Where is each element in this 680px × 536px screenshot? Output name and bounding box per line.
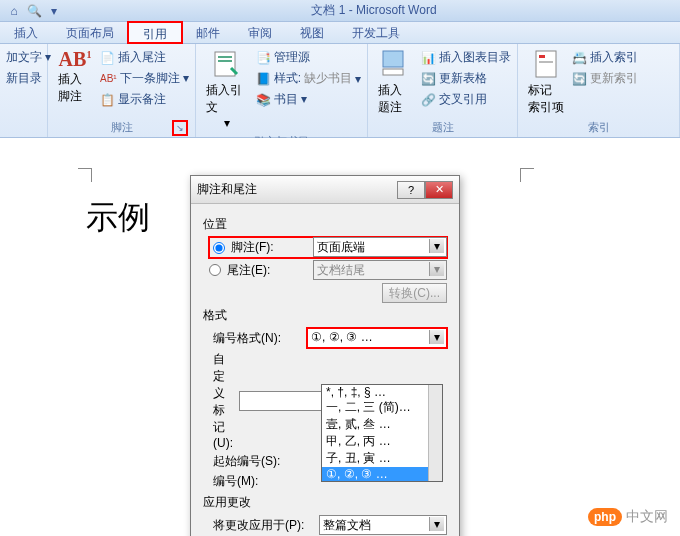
number-format-select[interactable]: ①, ②, ③ …	[307, 328, 447, 348]
watermark-text: 中文网	[626, 508, 668, 526]
dropdown-option-selected[interactable]: ①, ②, ③ …	[322, 467, 442, 481]
bibliography-icon: 📚	[256, 93, 271, 107]
dialog-titlebar[interactable]: 脚注和尾注 ? ✕	[191, 176, 459, 204]
group-captions: 插入题注 📊插入图表目录 🔄更新表格 🔗交叉引用 题注	[368, 44, 518, 137]
endnote-icon: 📄	[100, 51, 115, 65]
group-label-toc	[6, 121, 41, 137]
manage-sources-button[interactable]: 📑管理源	[256, 48, 361, 67]
mark-entry-icon	[530, 48, 562, 80]
svg-rect-5	[536, 51, 556, 77]
dropdown-scrollbar[interactable]	[428, 385, 442, 481]
cross-reference-button[interactable]: 🔗交叉引用	[421, 90, 511, 109]
svg-rect-0	[215, 52, 235, 76]
insert-index-icon: 📇	[572, 51, 587, 65]
show-notes-icon: 📋	[100, 93, 115, 107]
tab-page-layout[interactable]: 页面布局	[52, 22, 128, 43]
document-area: 示例 脚注和尾注 ? ✕ 位置 脚注(F): 页面底端 尾注(E): 文档结尾	[0, 138, 680, 536]
svg-rect-4	[383, 69, 403, 75]
update-table-button[interactable]: 🔄更新表格	[421, 69, 511, 88]
endnote-location-select: 文档结尾	[313, 260, 447, 280]
caption-icon	[380, 48, 412, 80]
manage-sources-icon: 📑	[256, 51, 271, 65]
tof-icon: 📊	[421, 51, 436, 65]
sample-text: 示例	[86, 196, 150, 240]
ribbon: 加文字 ▾ 新目录 AB1 插入脚注 📄插入尾注 AB¹下一条脚注 ▾ 📋显示备…	[0, 44, 680, 138]
dropdown-option[interactable]: *, †, ‡, § …	[322, 385, 442, 399]
qat-dropdown-icon[interactable]: ▾	[46, 3, 62, 19]
group-label-footnotes: 脚注 ↘	[54, 118, 189, 137]
insert-table-of-figures-button[interactable]: 📊插入图表目录	[421, 48, 511, 67]
tab-developer[interactable]: 开发工具	[338, 22, 414, 43]
footnote-endnote-dialog: 脚注和尾注 ? ✕ 位置 脚注(F): 页面底端 尾注(E): 文档结尾 转换(…	[190, 175, 460, 536]
bibliography-button[interactable]: 📚书目 ▾	[256, 90, 361, 109]
footnote-radio-label: 脚注(F):	[231, 239, 297, 256]
footnote-ab-icon: AB1	[59, 48, 92, 71]
dialog-help-button[interactable]: ?	[397, 181, 425, 199]
add-text-button[interactable]: 加文字 ▾	[6, 48, 51, 67]
group-toc: 加文字 ▾ 新目录	[0, 44, 48, 137]
endnote-radio[interactable]	[209, 264, 221, 276]
number-format-dropdown[interactable]: *, †, ‡, § … 一, 二, 三 (简)… 壹, 贰, 叁 … 甲, 乙…	[321, 384, 443, 482]
title-bar: ⌂ 🔍 ▾ 文档 1 - Microsoft Word	[0, 0, 680, 22]
update-index-button[interactable]: 🔄更新索引	[572, 69, 638, 88]
group-citations: 插入引文 ▾ 📑管理源 📘样式: 缺少书目 ▾ 📚书目 ▾ 引文与书目	[196, 44, 368, 137]
style-icon: 📘	[256, 72, 271, 86]
print-preview-icon[interactable]: 🔍	[26, 3, 42, 19]
svg-rect-7	[539, 61, 553, 63]
insert-footnote-button[interactable]: AB1 插入脚注	[54, 46, 96, 107]
update-table-icon: 🔄	[421, 72, 436, 86]
page-corner-tr	[520, 168, 534, 182]
section-position: 位置	[203, 216, 447, 233]
insert-caption-button[interactable]: 插入题注	[374, 46, 417, 118]
insert-endnote-button[interactable]: 📄插入尾注	[100, 48, 189, 67]
watermark-badge: php	[588, 508, 622, 526]
dropdown-option[interactable]: 一, 二, 三 (简)…	[322, 399, 442, 416]
chevron-down-icon: ▾	[224, 116, 230, 130]
tab-insert[interactable]: 插入	[0, 22, 52, 43]
svg-rect-1	[218, 56, 232, 58]
apply-to-select[interactable]: 整篇文档	[319, 515, 447, 535]
next-footnote-icon: AB¹	[100, 73, 117, 84]
mark-entry-button[interactable]: 标记 索引项	[524, 46, 568, 118]
dialog-title: 脚注和尾注	[197, 181, 397, 198]
cross-ref-icon: 🔗	[421, 93, 436, 107]
section-format: 格式	[203, 307, 447, 324]
footnotes-dialog-launcher[interactable]: ↘	[173, 121, 187, 135]
window-title: 文档 1 - Microsoft Word	[68, 2, 680, 19]
home-icon[interactable]: ⌂	[6, 3, 22, 19]
footnote-location-select[interactable]: 页面底端	[313, 237, 447, 257]
section-apply: 应用更改	[203, 494, 447, 511]
next-footnote-button[interactable]: AB¹下一条脚注 ▾	[100, 69, 189, 88]
update-index-icon: 🔄	[572, 72, 587, 86]
ribbon-tabs: 插入 页面布局 引用 邮件 审阅 视图 开发工具	[0, 22, 680, 44]
dialog-close-button[interactable]: ✕	[425, 181, 453, 199]
group-index: 标记 索引项 📇插入索引 🔄更新索引 索引	[518, 44, 680, 137]
tab-references[interactable]: 引用	[128, 22, 182, 43]
group-label-index: 索引	[524, 118, 673, 137]
svg-rect-3	[383, 51, 403, 67]
tab-view[interactable]: 视图	[286, 22, 338, 43]
group-footnotes: AB1 插入脚注 📄插入尾注 AB¹下一条脚注 ▾ 📋显示备注 脚注 ↘	[48, 44, 196, 137]
dropdown-option[interactable]: 壹, 贰, 叁 …	[322, 416, 442, 433]
custom-mark-label: 自定义标记(U):	[213, 351, 233, 450]
tab-review[interactable]: 审阅	[234, 22, 286, 43]
convert-button: 转换(C)...	[382, 283, 447, 303]
dropdown-option[interactable]: 子, 丑, 寅 …	[322, 450, 442, 467]
footnote-radio[interactable]	[213, 242, 225, 254]
svg-rect-2	[218, 60, 232, 62]
group-label-captions: 题注	[374, 118, 511, 137]
apply-to-label: 将更改应用于(P):	[213, 517, 313, 534]
numbering-label: 编号(M):	[213, 473, 301, 490]
start-at-label: 起始编号(S):	[213, 453, 301, 470]
tab-mailings[interactable]: 邮件	[182, 22, 234, 43]
insert-index-button[interactable]: 📇插入索引	[572, 48, 638, 67]
endnote-radio-label: 尾注(E):	[227, 262, 293, 279]
page-corner-tl	[78, 168, 92, 182]
watermark: php 中文网	[588, 508, 668, 526]
insert-citation-button[interactable]: 插入引文 ▾	[202, 46, 252, 132]
style-selector[interactable]: 📘样式: 缺少书目 ▾	[256, 69, 361, 88]
show-notes-button[interactable]: 📋显示备注	[100, 90, 189, 109]
update-toc-button[interactable]: 新目录	[6, 69, 51, 88]
dialog-body: 位置 脚注(F): 页面底端 尾注(E): 文档结尾 转换(C)... 格式 编…	[191, 204, 459, 536]
dropdown-option[interactable]: 甲, 乙, 丙 …	[322, 433, 442, 450]
